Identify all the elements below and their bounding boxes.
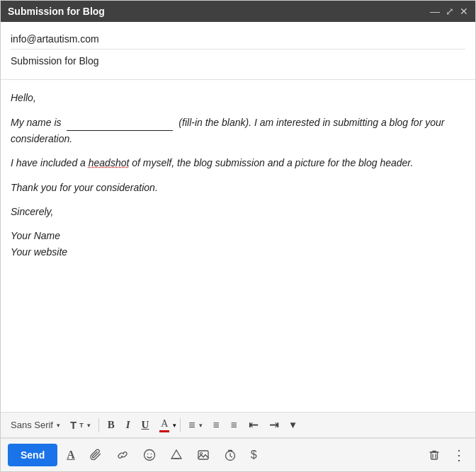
font-color-icon: A — [161, 418, 168, 430]
font-size-icon: T — [70, 419, 76, 431]
toolbar-more-icon: ▾ — [290, 420, 295, 430]
dollar-button[interactable]: $ — [246, 445, 262, 465]
bottom-bar: Send A — [1, 438, 475, 471]
email-header: info@artautism.com Submission for Blog — [1, 22, 475, 80]
email-window: Submission for Blog — ⤢ ✕ info@artautism… — [0, 0, 476, 472]
indent-increase-icon: ⇥ — [269, 419, 278, 431]
numbered-list-button[interactable]: ≡ — [208, 416, 225, 434]
bullet-list-button[interactable]: ≡ — [226, 416, 242, 434]
email-subject[interactable]: Submission for Blog — [11, 50, 465, 72]
more-options-button[interactable]: ⋮ — [450, 443, 468, 467]
font-size-button[interactable]: T T ▾ — [66, 416, 95, 434]
svg-point-1 — [147, 454, 148, 455]
toolbar-more-button[interactable]: ▾ — [285, 416, 300, 434]
italic-button[interactable]: I — [121, 416, 135, 434]
blank-line — [67, 114, 173, 130]
emoji-button[interactable] — [138, 445, 161, 465]
font-color-arrow[interactable]: ▾ — [173, 422, 176, 429]
drive-button[interactable] — [165, 445, 188, 465]
separator-1 — [98, 418, 99, 432]
image-button[interactable] — [192, 445, 215, 465]
indent-decrease-icon: ⇤ — [249, 419, 258, 431]
font-family-select[interactable]: Sans Serif ▾ — [6, 418, 64, 432]
align-icon: ≡ — [188, 419, 195, 432]
email-to[interactable]: info@artautism.com — [11, 29, 465, 50]
font-family-label: Sans Serif — [11, 420, 53, 430]
sender-name: Your Name — [11, 230, 60, 241]
link-button[interactable] — [111, 445, 134, 465]
signature: Your Name Your website — [11, 228, 465, 260]
headshot-word: headshot — [89, 157, 130, 168]
font-size-arrow: ▾ — [87, 422, 91, 429]
format-text-button[interactable]: A — [62, 445, 80, 465]
underline-button[interactable]: U — [137, 416, 154, 434]
formatting-toolbar: Sans Serif ▾ T T ▾ B I U A ▾ ≡ ▾ ≡ — [1, 412, 475, 438]
align-button[interactable]: ≡ ▾ — [184, 416, 206, 434]
svg-point-0 — [144, 450, 154, 461]
email-body[interactable]: Hello, My name is (fill-in the blank). I… — [1, 80, 475, 412]
font-color-bar — [159, 430, 169, 432]
svg-marker-3 — [171, 450, 181, 459]
attach-button[interactable] — [84, 445, 107, 465]
send-button[interactable]: Send — [8, 444, 57, 466]
timer-button[interactable] — [219, 445, 242, 465]
indent-decrease-button[interactable]: ⇤ — [244, 415, 263, 434]
font-size-t: T — [79, 422, 84, 429]
title-bar: Submission for Blog — ⤢ ✕ — [1, 1, 475, 22]
close-button[interactable]: ✕ — [460, 6, 468, 17]
paragraph-3: Thank you for your consideration. — [11, 180, 465, 195]
paragraph-2: I have included a headshot of myself, th… — [11, 155, 465, 171]
numbered-list-icon: ≡ — [213, 419, 220, 431]
closing: Sincerely, — [11, 204, 465, 219]
greeting: Hello, — [11, 90, 465, 105]
sender-website: Your website — [11, 246, 67, 258]
svg-rect-5 — [198, 451, 208, 459]
minimize-button[interactable]: — — [430, 6, 440, 17]
separator-2 — [180, 418, 181, 432]
font-family-arrow: ▾ — [57, 422, 60, 429]
bullet-list-icon: ≡ — [231, 419, 237, 431]
bold-button[interactable]: B — [103, 416, 120, 434]
svg-point-2 — [150, 454, 152, 455]
svg-point-6 — [200, 453, 202, 455]
indent-increase-button[interactable]: ⇥ — [264, 415, 283, 434]
maximize-button[interactable]: ⤢ — [446, 6, 454, 17]
align-arrow: ▾ — [199, 422, 203, 429]
trash-button[interactable] — [423, 445, 446, 465]
window-title: Submission for Blog — [8, 6, 105, 17]
svg-rect-8 — [431, 452, 438, 459]
window-controls: — ⤢ ✕ — [430, 6, 468, 17]
paragraph-1: My name is (fill-in the blank). I am int… — [11, 114, 465, 146]
font-color-button[interactable]: A — [155, 416, 174, 434]
